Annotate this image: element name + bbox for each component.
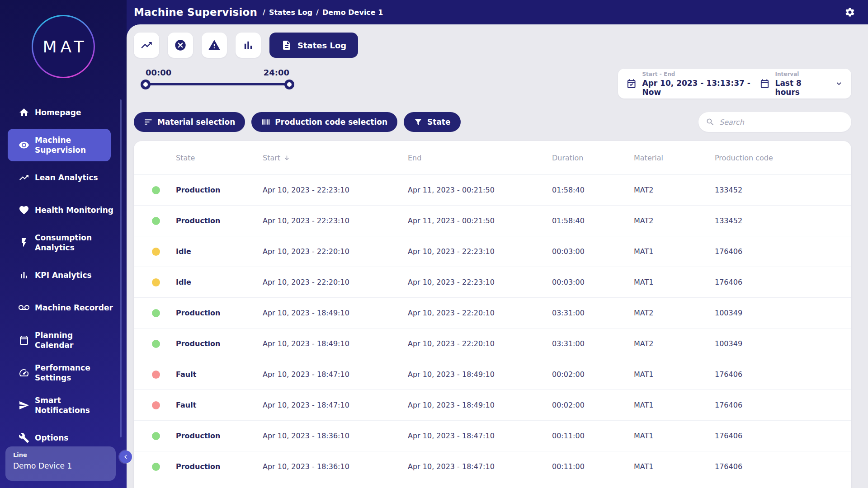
cell-code: 176406	[715, 432, 851, 440]
breadcrumb-device[interactable]: Demo Device 1	[322, 8, 383, 17]
table-row[interactable]: Production Apr 10, 2023 - 22:23:10 Apr 1…	[134, 205, 851, 236]
sidebar-item-machine-recorder[interactable]: Machine Recorder	[8, 291, 111, 324]
sidebar-item-kpi-analytics[interactable]: KPI Analytics	[8, 259, 111, 291]
tab-states-log-label: States Log	[297, 41, 346, 50]
search-input[interactable]	[719, 118, 844, 127]
cell-material: MAT2	[634, 186, 715, 194]
content-panel: States Log 00:00 24:00	[127, 24, 868, 488]
bolt-icon	[19, 237, 29, 248]
tab-stops[interactable]	[168, 33, 193, 58]
send-icon	[19, 400, 29, 411]
cell-end: Apr 10, 2023 - 18:47:10	[408, 462, 552, 471]
settings-button[interactable]	[844, 7, 855, 18]
table-row[interactable]: Idle Apr 10, 2023 - 22:20:10 Apr 10, 202…	[134, 236, 851, 267]
cell-start: Apr 10, 2023 - 18:47:10	[263, 401, 408, 409]
cell-code: 133452	[715, 186, 851, 194]
state-filter-button[interactable]: State	[404, 112, 461, 132]
state-dot	[152, 340, 160, 348]
state-dot	[152, 463, 160, 471]
col-end[interactable]: End	[408, 154, 552, 162]
interval-label: Interval	[775, 71, 823, 77]
line-chart-icon	[140, 39, 153, 52]
sidebar-item-homepage[interactable]: Homepage	[8, 96, 111, 129]
sidebar-scrollbar[interactable]	[120, 99, 122, 437]
sidebar-item-planning-calendar[interactable]: Planning Calendar	[8, 324, 111, 357]
cell-start: Apr 10, 2023 - 18:36:10	[263, 432, 408, 440]
stop-circle-icon	[174, 39, 187, 52]
cell-material: MAT1	[634, 462, 715, 471]
cell-start: Apr 10, 2023 - 22:20:10	[263, 278, 408, 286]
cell-start: Apr 10, 2023 - 18:47:10	[263, 370, 408, 379]
cell-dot	[134, 248, 176, 256]
interval-picker[interactable]: Interval Last 8 hours	[760, 71, 843, 97]
cell-end: Apr 11, 2023 - 00:21:50	[408, 186, 552, 194]
start-end-picker[interactable]: Start - End Apr 10, 2023 - 13:13:37 - No…	[626, 71, 760, 97]
states-log-icon	[281, 40, 292, 51]
table-row[interactable]: Production Apr 10, 2023 - 22:23:10 Apr 1…	[134, 174, 851, 205]
cell-end: Apr 11, 2023 - 00:21:50	[408, 216, 552, 225]
time-slider-handle-end[interactable]	[284, 80, 294, 89]
time-range-slider: 00:00 24:00	[146, 68, 289, 85]
calendar-check-icon	[626, 78, 637, 89]
material-selection-button[interactable]: Material selection	[134, 112, 245, 132]
col-production-code[interactable]: Production code	[715, 154, 851, 162]
breadcrumb-states-log[interactable]: States Log	[269, 8, 312, 17]
col-start[interactable]: Start	[263, 154, 408, 162]
state-dot	[152, 432, 160, 440]
tab-faults[interactable]	[202, 33, 227, 58]
interval-value: Last 8 hours	[775, 79, 823, 97]
search-icon	[706, 117, 715, 127]
sidebar-item-lean-analytics[interactable]: Lean Analytics	[8, 161, 111, 194]
col-state-label: State	[176, 154, 195, 162]
sidebar-item-machine-supervision[interactable]: Machine Supervision	[8, 129, 111, 161]
sidebar-collapse-button[interactable]	[119, 450, 132, 463]
cell-material: MAT2	[634, 216, 715, 225]
calendar-icon	[760, 78, 770, 89]
state-dot	[152, 217, 160, 225]
bar-chart-icon	[242, 39, 255, 52]
table-row[interactable]: Production Apr 10, 2023 - 18:36:10 Apr 1…	[134, 420, 851, 451]
col-duration[interactable]: Duration	[552, 154, 634, 162]
cell-duration: 03:31:00	[552, 309, 634, 317]
filter-row: Material selection Production code selec…	[134, 112, 851, 132]
state-filter-label: State	[427, 117, 451, 127]
home-icon	[19, 107, 29, 118]
col-production-code-label: Production code	[715, 154, 773, 162]
sidebar-item-health-monitoring[interactable]: Health Monitoring	[8, 194, 111, 226]
production-code-selection-button[interactable]: Production code selection	[251, 112, 397, 132]
time-slider-track[interactable]	[146, 83, 289, 85]
breadcrumb-separator: /	[263, 8, 265, 17]
col-state[interactable]: State	[176, 154, 263, 162]
cell-material: MAT1	[634, 432, 715, 440]
sidebar-item-smart-notifications[interactable]: Smart Notifications	[8, 389, 111, 422]
table-row[interactable]: Production Apr 10, 2023 - 18:36:10 Apr 1…	[134, 451, 851, 482]
tab-timeline[interactable]	[134, 33, 159, 58]
cell-dot	[134, 340, 176, 348]
cell-duration: 00:03:00	[552, 247, 634, 256]
top-header: Machine Supervision / States Log / Demo …	[127, 0, 868, 24]
table-row[interactable]: Idle Apr 10, 2023 - 22:20:10 Apr 10, 202…	[134, 267, 851, 297]
production-code-selection-label: Production code selection	[275, 117, 387, 127]
col-material[interactable]: Material	[634, 154, 715, 162]
breadcrumb-separator: /	[316, 8, 319, 17]
tab-statistics[interactable]	[236, 33, 261, 58]
cell-start: Apr 10, 2023 - 18:49:10	[263, 309, 408, 317]
tab-states-log[interactable]: States Log	[269, 33, 358, 58]
sidebar-item-label: Lean Analytics	[35, 173, 98, 183]
time-slider-handle-start[interactable]	[141, 80, 151, 89]
cell-end: Apr 10, 2023 - 18:49:10	[408, 401, 552, 409]
table-row[interactable]: Production Apr 10, 2023 - 18:49:10 Apr 1…	[134, 328, 851, 359]
table-row[interactable]: Fault Apr 10, 2023 - 18:47:10 Apr 10, 20…	[134, 359, 851, 389]
table-row[interactable]: Production Apr 10, 2023 - 18:49:10 Apr 1…	[134, 297, 851, 328]
table-header: State Start End Duration Material Produc…	[134, 141, 851, 174]
device-card[interactable]: Line Demo Device 1	[5, 446, 116, 481]
cell-state: Production	[176, 432, 263, 440]
cell-start: Apr 10, 2023 - 22:23:10	[263, 216, 408, 225]
device-line-label: Line	[13, 451, 108, 458]
sidebar-item-consumption-analytics[interactable]: Consumption Analytics	[8, 226, 111, 259]
cell-dot	[134, 371, 176, 379]
col-material-label: Material	[634, 154, 663, 162]
sidebar-item-performance-settings[interactable]: Performance Settings	[8, 357, 111, 389]
state-dot	[152, 371, 160, 379]
table-row[interactable]: Fault Apr 10, 2023 - 18:47:10 Apr 10, 20…	[134, 389, 851, 420]
